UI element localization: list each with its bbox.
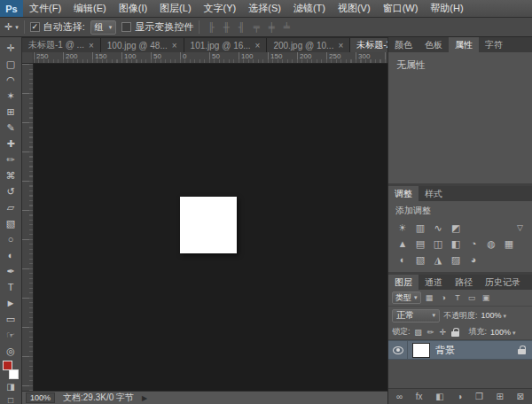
zoom-level-field[interactable]: 100% — [26, 392, 55, 403]
layer-mask-icon[interactable]: ◧ — [435, 392, 443, 401]
eyedropper-tool[interactable]: ✎ — [0, 120, 22, 136]
vertical-ruler[interactable] — [22, 64, 34, 391]
smart-object-filter-icon[interactable]: ▣ — [481, 292, 492, 304]
checkbox-unchecked[interactable] — [121, 22, 131, 32]
delete-layer-icon[interactable]: ⊠ — [517, 392, 524, 401]
menu-item[interactable]: 图像(I) — [113, 2, 153, 15]
lock-all-icon[interactable] — [451, 328, 460, 337]
quick-mask-icon[interactable]: ◨ — [0, 380, 22, 393]
tool-preset-picker[interactable]: ✛ ▾ — [4, 21, 19, 33]
panel-tab[interactable]: 路径 — [449, 275, 479, 290]
eye-icon[interactable] — [393, 346, 403, 354]
horizontal-ruler[interactable]: 25020015010050050100150200250300350 — [34, 52, 387, 63]
fill-value[interactable]: 100% — [490, 328, 516, 337]
panel-tab[interactable]: 通道 — [419, 275, 449, 290]
panel-tab[interactable]: 字符 — [479, 37, 509, 52]
panel-tab[interactable]: 色板 — [419, 37, 449, 52]
document-tab[interactable]: 200.jpg @ 10...× — [267, 38, 350, 52]
type-layer-filter-icon[interactable]: T — [452, 292, 464, 304]
align-left-edges-icon[interactable]: ╟ — [205, 22, 217, 32]
hand-tool[interactable]: ☞ — [0, 327, 22, 343]
color-lookup-icon[interactable]: ▦ — [502, 237, 516, 251]
pixel-layer-filter-icon[interactable]: ▦ — [424, 292, 435, 304]
blend-mode-dropdown[interactable]: 正常 — [392, 309, 440, 322]
panel-tab[interactable]: 属性 — [449, 37, 479, 52]
pen-tool[interactable]: ✒ — [0, 263, 22, 279]
black-white-icon[interactable]: ◧ — [449, 237, 463, 251]
foreground-color-swatch[interactable] — [3, 361, 12, 370]
layer-filter-kind-dropdown[interactable]: 类型 — [392, 291, 421, 304]
threshold-icon[interactable]: ◮ — [431, 253, 445, 267]
menu-item[interactable]: 帮助(H) — [424, 2, 469, 15]
show-transform-checkbox[interactable]: 显示变换控件 — [121, 20, 193, 34]
document-canvas[interactable] — [180, 197, 237, 253]
lock-transparency-icon[interactable]: ▨ — [414, 328, 423, 337]
gradient-map-icon[interactable]: ▨ — [449, 253, 463, 267]
new-group-icon[interactable]: ❐ — [475, 392, 483, 401]
lock-pixels-icon[interactable]: ✏ — [426, 328, 435, 337]
clone-stamp-tool[interactable]: ⌘ — [0, 167, 22, 183]
zoom-tool[interactable]: ◎ — [0, 343, 22, 359]
dodge-tool[interactable]: ◐ — [0, 247, 22, 263]
background-layer-row[interactable]: 背景 — [388, 340, 532, 360]
menu-item[interactable]: 编辑(E) — [67, 2, 113, 15]
tab-close-icon[interactable]: × — [172, 41, 177, 50]
screen-mode-icon[interactable]: □ — [0, 393, 22, 404]
shape-layer-filter-icon[interactable]: ▭ — [466, 292, 478, 304]
hue-saturation-icon[interactable]: ▤ — [413, 237, 427, 251]
brush-tool[interactable]: ✏ — [0, 152, 22, 167]
vibrance-icon[interactable]: ▲ — [395, 237, 410, 251]
layer-visibility-cell[interactable] — [388, 341, 408, 359]
menu-item[interactable]: 选择(S) — [242, 2, 287, 15]
opacity-value[interactable]: 100% — [481, 311, 507, 320]
status-popup-arrow-icon[interactable]: ▶ — [142, 394, 147, 402]
tab-close-icon[interactable]: × — [338, 41, 343, 50]
align-horizontal-centers-icon[interactable]: ╫ — [220, 22, 232, 32]
align-right-edges-icon[interactable]: ╢ — [235, 22, 247, 32]
menu-item[interactable]: 窗口(W) — [377, 2, 425, 15]
pasteboard[interactable] — [34, 64, 387, 391]
healing-brush-tool[interactable]: ✚ — [0, 136, 22, 152]
selective-color-icon[interactable]: ◕ — [466, 253, 481, 267]
lock-position-icon[interactable]: ✛ — [439, 328, 448, 337]
background-color-swatch[interactable] — [9, 369, 19, 379]
photo-filter-icon[interactable]: ◔ — [466, 237, 481, 251]
panel-tab[interactable]: 颜色 — [388, 37, 419, 52]
color-balance-icon[interactable]: ◫ — [431, 237, 445, 251]
crop-tool[interactable]: ⊞ — [0, 104, 22, 120]
new-layer-icon[interactable]: ⊞ — [497, 392, 504, 401]
align-vertical-centers-icon[interactable]: ╪ — [265, 22, 278, 32]
menu-item[interactable]: 文件(F) — [23, 2, 67, 15]
document-tab[interactable]: 101.jpg @ 16...× — [184, 38, 268, 52]
menu-item[interactable]: 图层(L) — [153, 2, 197, 15]
posterize-icon[interactable]: ▧ — [413, 253, 427, 267]
document-tab[interactable]: 未标题-2 @ 100%(RGB/8)× — [350, 38, 387, 52]
eraser-tool[interactable]: ▱ — [0, 199, 22, 215]
exposure-icon[interactable]: ◩ — [449, 221, 463, 235]
type-tool[interactable]: T — [0, 279, 22, 295]
blur-tool[interactable]: ○ — [0, 231, 22, 247]
history-brush-tool[interactable]: ↺ — [0, 183, 22, 199]
adjustment-layer-icon[interactable]: ◑ — [457, 392, 462, 401]
menu-item[interactable]: 文字(Y) — [198, 2, 243, 15]
tab-close-icon[interactable]: × — [255, 41, 261, 50]
panel-tab[interactable]: 样式 — [419, 186, 449, 201]
layer-thumbnail[interactable] — [412, 343, 430, 358]
align-top-edges-icon[interactable]: ╤ — [250, 22, 262, 32]
panel-tab[interactable]: 调整 — [388, 186, 419, 201]
document-tab[interactable]: 未标题-1 @ ...× — [22, 38, 101, 52]
levels-icon[interactable]: ▥ — [413, 221, 427, 235]
auto-select-mode-dropdown[interactable]: 组 — [90, 20, 117, 35]
link-layers-icon[interactable]: ∞ — [396, 392, 403, 401]
checkbox-checked[interactable]: ✓ — [30, 22, 40, 32]
panel-tab[interactable]: 图层 — [388, 275, 419, 290]
tab-close-icon[interactable]: × — [89, 41, 94, 50]
auto-select-checkbox[interactable]: ✓ 自动选择: — [30, 20, 85, 34]
curves-icon[interactable]: ∿ — [431, 221, 445, 235]
align-bottom-edges-icon[interactable]: ╧ — [280, 22, 293, 32]
adjustment-layer-filter-icon[interactable]: ◑ — [438, 292, 450, 304]
lasso-tool[interactable]: ◠ — [0, 72, 22, 88]
menu-item[interactable]: 视图(V) — [332, 2, 377, 15]
panel-tab[interactable]: 历史记录 — [479, 275, 527, 290]
ruler-origin-corner[interactable] — [22, 52, 34, 63]
